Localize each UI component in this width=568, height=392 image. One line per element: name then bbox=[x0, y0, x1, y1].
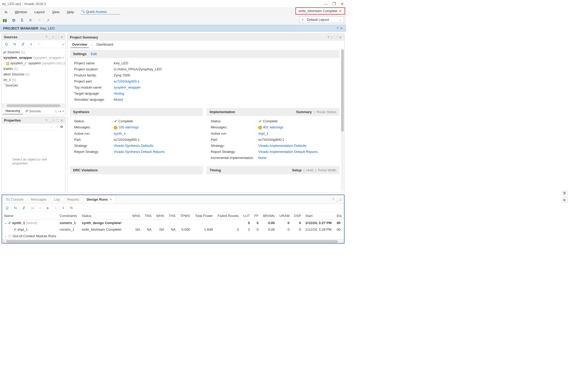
tab-design-runs[interactable]: Design Runs× bbox=[83, 195, 116, 204]
route-status-link[interactable]: Route Status bbox=[317, 110, 336, 114]
menu-ts[interactable]: ts bbox=[2, 9, 11, 15]
maximize-icon[interactable]: ⛶ bbox=[56, 119, 59, 122]
tab-overview[interactable]: Overview bbox=[70, 41, 89, 48]
sources-hscroll[interactable] bbox=[2, 104, 65, 107]
run-row-synth[interactable]: ⌄✔ synth_1 (active) constrs_1 synth_desi… bbox=[2, 220, 344, 226]
runs-toolbar: Q ⇆ ⇵ |◂ « ▶ » + % bbox=[2, 204, 344, 212]
settings-icon[interactable]: ✿ bbox=[12, 18, 16, 23]
impl-run-link[interactable]: impl_1 bbox=[258, 132, 268, 135]
maximize-icon[interactable]: ⛶ bbox=[334, 36, 337, 39]
hold-link[interactable]: Hold bbox=[306, 168, 313, 172]
back-icon[interactable]: ← bbox=[50, 125, 54, 129]
run-row-impl[interactable]: ✔ impl_1 constrs_1 write_bitstream Compl… bbox=[2, 226, 344, 233]
close-panel-icon[interactable]: ✕ bbox=[340, 26, 343, 30]
percent-icon[interactable]: % bbox=[68, 205, 75, 211]
add-icon[interactable]: + bbox=[60, 205, 67, 211]
add-icon[interactable]: + bbox=[28, 41, 35, 47]
synth-warnings-link[interactable]: 105 warnings bbox=[118, 125, 139, 129]
close-icon[interactable]: ✕ bbox=[339, 36, 342, 39]
impl-incremental-link[interactable]: None bbox=[258, 156, 266, 160]
expand-icon[interactable]: ⇵ bbox=[20, 205, 28, 211]
first-icon[interactable]: |◂ bbox=[29, 205, 36, 211]
menu-help[interactable]: Help bbox=[64, 9, 77, 15]
summary-link[interactable]: Summary bbox=[296, 110, 312, 114]
settings-grid: Project name:Key_LED Project location:G:… bbox=[70, 58, 340, 105]
expand-icon[interactable]: ⇵ bbox=[20, 41, 27, 47]
tab-close-icon[interactable]: × bbox=[110, 197, 112, 201]
gear-icon[interactable]: ✿ bbox=[60, 125, 63, 129]
sim-lang-link[interactable]: Mixed bbox=[114, 98, 123, 101]
sources-title: Sources bbox=[4, 35, 17, 39]
minimize-icon[interactable]: _ bbox=[49, 35, 51, 39]
synth-run-link[interactable]: synth_1 bbox=[114, 132, 126, 135]
top-module-link[interactable]: sysytem_wrapper bbox=[114, 85, 141, 89]
tab-messages[interactable]: Messages bbox=[27, 195, 50, 204]
tab-reports[interactable]: Reports bbox=[63, 195, 83, 204]
maximize-icon[interactable]: ⛶ bbox=[56, 35, 59, 39]
search-icon[interactable]: Q bbox=[3, 41, 10, 47]
next-icon[interactable]: » bbox=[53, 205, 59, 211]
impl-report-link[interactable]: Vivado Implementation Default Reports bbox=[258, 150, 318, 154]
setup-link[interactable]: Setup bbox=[292, 168, 302, 172]
minimize-icon[interactable]: _ bbox=[49, 119, 51, 122]
menu-layout[interactable]: Layout bbox=[31, 9, 48, 15]
forward-icon[interactable]: → bbox=[55, 125, 59, 129]
menu-window[interactable]: Window bbox=[12, 9, 30, 15]
tabs-more[interactable]: L ‹ ▸ ≡ bbox=[55, 109, 64, 113]
close-button[interactable]: ✕ bbox=[341, 2, 344, 6]
project-manager-bar: PROJECT MANAGER - Key_LED ? ✕ bbox=[0, 25, 346, 32]
impl-strategy-link[interactable]: Vivado Implementation Defaults bbox=[258, 144, 307, 148]
edit-link[interactable]: Edit bbox=[91, 52, 97, 56]
prev-icon[interactable]: « bbox=[37, 205, 44, 211]
tab-log[interactable]: Log bbox=[50, 195, 63, 204]
layout-dropdown[interactable]: Default Layout bbox=[299, 16, 344, 23]
tree-row: ˈ Sources bbox=[2, 83, 65, 88]
sigma-icon[interactable]: Σ bbox=[21, 18, 23, 22]
project-part-link[interactable]: xc7z010clg400-1 bbox=[114, 79, 140, 83]
check-icon: ✔ bbox=[14, 228, 17, 231]
help-icon[interactable]: ? bbox=[45, 35, 47, 39]
minimize-button[interactable]: — bbox=[324, 2, 328, 6]
target-lang-link[interactable]: Verilog bbox=[114, 91, 124, 95]
synthesis-section: Synthesis Status:✔ Complete Messages:! 1… bbox=[70, 106, 203, 163]
search-icon[interactable]: Q bbox=[4, 205, 11, 211]
help-icon[interactable]: ? bbox=[327, 36, 329, 39]
runs-hscroll[interactable]: ‹ bbox=[2, 239, 344, 243]
tab-hierarchy[interactable]: Hierarchy bbox=[3, 108, 23, 114]
info-icon[interactable]: ? bbox=[36, 41, 42, 47]
close-icon[interactable]: ✕ bbox=[60, 119, 63, 122]
restore-icon[interactable]: □ bbox=[52, 119, 54, 122]
menu-view[interactable]: View bbox=[49, 9, 63, 15]
properties-empty-text: Select an object to see properties bbox=[2, 130, 65, 193]
run-row-ooc[interactable]: ⌄🗀 Out-of-Context Module Runs bbox=[2, 233, 344, 239]
close-icon[interactable]: ✕ bbox=[60, 35, 63, 39]
more-icon[interactable]: » bbox=[62, 42, 64, 46]
collapse-icon[interactable]: ⇆ bbox=[11, 41, 18, 47]
summary-vscroll[interactable] bbox=[341, 49, 344, 192]
restore-icon[interactable]: □ bbox=[339, 197, 341, 201]
quick-access-input[interactable]: Quick Access bbox=[81, 9, 120, 14]
tab-ip-sources[interactable]: IP Sources bbox=[23, 108, 43, 114]
sources-tree[interactable]: ɟn Sources (1) sysytem_wrapper (sysytem_… bbox=[2, 48, 65, 104]
restore-icon[interactable]: □ bbox=[52, 35, 54, 39]
tab-tcl[interactable]: Tcl Console bbox=[2, 195, 27, 204]
synth-strategy-link[interactable]: Vivado Synthesis Defaults bbox=[114, 144, 154, 148]
chevron-down-icon[interactable]: ⌄ bbox=[4, 234, 7, 238]
pulse-width-link[interactable]: Pulse Width bbox=[318, 168, 336, 172]
play-icon[interactable]: ▶ bbox=[45, 205, 52, 211]
chevron-down-icon[interactable]: ⌄ bbox=[4, 221, 7, 225]
collapse-icon[interactable]: ⇆ bbox=[12, 205, 19, 211]
toolbar-btn-1[interactable]: ▮▮ bbox=[3, 18, 7, 23]
tab-dashboard[interactable]: Dashboard bbox=[95, 41, 115, 47]
help-icon[interactable]: ? bbox=[332, 197, 334, 201]
maximize-button[interactable]: ❐ bbox=[332, 2, 336, 6]
help-icon[interactable]: ? bbox=[45, 119, 47, 122]
minimize-icon[interactable]: _ bbox=[336, 197, 338, 201]
impl-warnings-link[interactable]: 401 warnings bbox=[263, 125, 283, 129]
main-area: Sources ? _ □ ⛶ ✕ Q ⇆ ⇵ + ? » ɟn Sources… bbox=[0, 32, 346, 194]
sources-header: Sources ? _ □ ⛶ ✕ bbox=[2, 34, 65, 40]
help-icon[interactable]: ? bbox=[337, 26, 338, 30]
synth-report-link[interactable]: Vivado Synthesis Default Reports bbox=[114, 150, 165, 154]
restore-icon[interactable]: □ bbox=[331, 36, 333, 39]
titlebar: ey_LED.xpr] - Vivado 2018.3 — ❐ ✕ bbox=[0, 0, 346, 8]
